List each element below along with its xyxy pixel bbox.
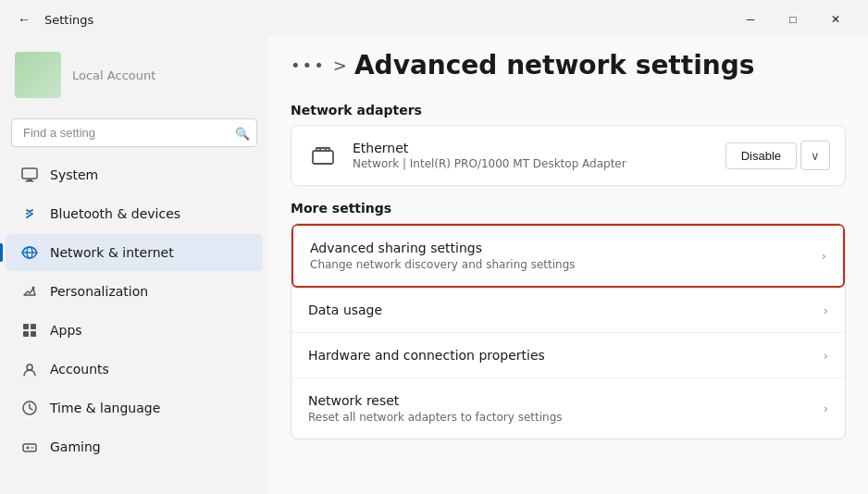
sidebar-item-label-accounts: Accounts (50, 362, 109, 377)
adapter-info: Ethernet Network | Intel(R) PRO/1000 MT … (353, 141, 725, 170)
sidebar-item-label-bluetooth: Bluetooth & devices (50, 206, 180, 221)
settings-item-title-advanced-sharing: Advanced sharing settings (310, 241, 822, 255)
bluetooth-icon (20, 204, 39, 223)
chevron-icon-advanced-sharing: › (822, 249, 826, 263)
settings-item-text-hardware: Hardware and connection properties (308, 348, 824, 363)
sidebar-item-label-gaming: Gaming (50, 439, 101, 454)
title-bar: ← Settings ─ □ ✕ (0, 0, 868, 35)
sidebar-item-network[interactable]: Network & internet (6, 234, 263, 271)
search-container: 🔍 (11, 118, 257, 147)
disable-button[interactable]: Disable (725, 142, 797, 169)
gaming-icon (20, 438, 39, 456)
svg-point-16 (32, 447, 34, 449)
close-button[interactable]: ✕ (814, 6, 857, 33)
svg-point-15 (31, 447, 32, 449)
svg-rect-17 (313, 151, 333, 164)
ethernet-icon (306, 139, 340, 172)
settings-item-advanced-sharing[interactable]: Advanced sharing settings Change network… (293, 226, 843, 286)
sidebar-item-label-time: Time & language (50, 401, 160, 415)
sidebar-item-label-network: Network & internet (50, 245, 174, 260)
page-header: ••• > Advanced network settings (291, 50, 846, 80)
app-body: Local Account 🔍 System Bluetooth & devic… (0, 35, 868, 494)
svg-rect-8 (23, 331, 29, 337)
svg-point-5 (32, 287, 35, 290)
accounts-icon (20, 360, 39, 378)
settings-item-network-reset[interactable]: Network reset Reset all network adapters… (291, 378, 845, 438)
sidebar-item-gaming[interactable]: Gaming (6, 428, 263, 465)
search-input[interactable] (11, 118, 257, 147)
page-title: Advanced network settings (354, 50, 754, 80)
breadcrumb-separator: > (333, 56, 347, 75)
settings-item-title-network-reset: Network reset (308, 393, 824, 408)
svg-rect-6 (23, 324, 29, 329)
settings-item-title-data-usage: Data usage (308, 303, 824, 317)
svg-rect-7 (31, 324, 36, 329)
settings-item-text-data-usage: Data usage (308, 303, 824, 317)
network-adapters-label: Network adapters (291, 103, 846, 117)
system-icon (20, 166, 39, 184)
chevron-icon-network-reset: › (824, 401, 828, 415)
network-icon (20, 243, 39, 262)
settings-item-text-advanced-sharing: Advanced sharing settings Change network… (310, 241, 822, 271)
minimize-button[interactable]: ─ (729, 6, 772, 33)
sidebar-profile: Local Account (0, 43, 268, 113)
more-settings-list: Advanced sharing settings Change network… (291, 223, 846, 439)
sidebar-item-bluetooth[interactable]: Bluetooth & devices (6, 195, 263, 232)
svg-rect-12 (23, 444, 36, 451)
sidebar-item-apps[interactable]: Apps (6, 312, 263, 349)
sidebar-item-time[interactable]: Time & language (6, 389, 263, 426)
apps-icon (20, 321, 39, 340)
sidebar-item-personalization[interactable]: Personalization (6, 273, 263, 310)
svg-rect-2 (25, 181, 34, 182)
app-title: Settings (44, 13, 93, 27)
more-settings-label: More settings (291, 201, 846, 216)
profile-name: Local Account (72, 68, 155, 82)
content-area: ••• > Advanced network settings Network … (268, 35, 868, 494)
sidebar: Local Account 🔍 System Bluetooth & devic… (0, 35, 268, 494)
svg-rect-9 (31, 331, 36, 337)
settings-item-title-hardware: Hardware and connection properties (308, 348, 824, 363)
breadcrumb-dots: ••• (291, 56, 326, 75)
sidebar-item-label-apps: Apps (50, 323, 82, 338)
settings-item-desc-network-reset: Reset all network adapters to factory se… (308, 411, 824, 424)
svg-rect-0 (22, 168, 37, 179)
adapter-expand-button[interactable]: ∨ (800, 141, 830, 170)
chevron-icon-data-usage: › (824, 303, 828, 317)
settings-item-text-network-reset: Network reset Reset all network adapters… (308, 393, 824, 424)
sidebar-item-accounts[interactable]: Accounts (6, 351, 263, 388)
time-icon (20, 399, 39, 417)
settings-item-hardware[interactable]: Hardware and connection properties › (291, 333, 845, 378)
search-icon: 🔍 (235, 126, 250, 140)
svg-point-10 (27, 364, 32, 370)
adapter-name: Ethernet (353, 141, 725, 155)
adapter-actions: Disable ∨ (725, 141, 830, 170)
sidebar-item-system[interactable]: System (6, 156, 263, 193)
avatar (15, 52, 61, 98)
chevron-icon-hardware: › (824, 349, 828, 363)
settings-item-data-usage[interactable]: Data usage › (291, 288, 845, 333)
settings-item-desc-advanced-sharing: Change network discovery and sharing set… (310, 258, 822, 271)
back-button[interactable]: ← (11, 6, 37, 32)
title-bar-left: ← Settings (11, 6, 93, 32)
adapter-card: Ethernet Network | Intel(R) PRO/1000 MT … (291, 125, 846, 186)
maximize-button[interactable]: □ (772, 6, 814, 33)
sidebar-item-label-personalization: Personalization (50, 284, 148, 299)
adapter-item: Ethernet Network | Intel(R) PRO/1000 MT … (291, 126, 845, 185)
window-controls: ─ □ ✕ (729, 6, 857, 33)
adapter-description: Network | Intel(R) PRO/1000 MT Desktop A… (353, 157, 725, 170)
personalization-icon (20, 282, 39, 301)
sidebar-item-label-system: System (50, 167, 98, 182)
